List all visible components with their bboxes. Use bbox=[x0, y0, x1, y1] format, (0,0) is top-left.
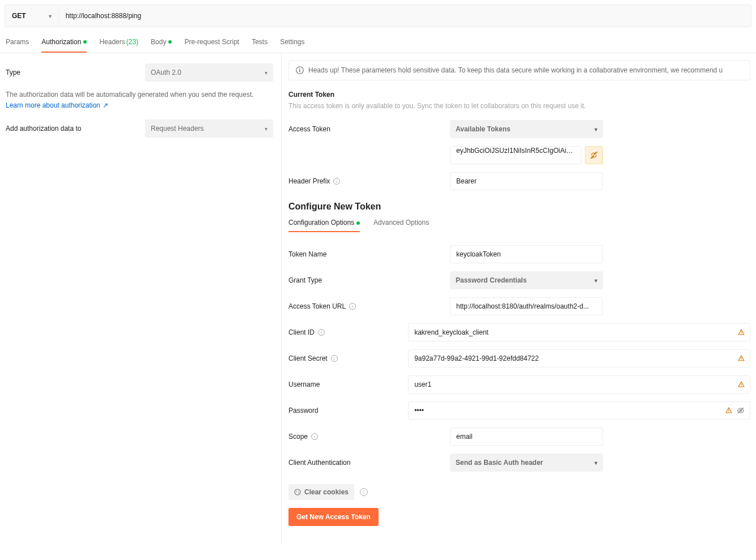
http-method-select[interactable]: GET ▾ bbox=[5, 5, 59, 27]
info-icon: i bbox=[318, 329, 325, 336]
auth-description: The authorization data will be automatic… bbox=[6, 89, 275, 100]
indicator-dot-icon bbox=[356, 221, 360, 225]
tab-headers[interactable]: Headers(23) bbox=[99, 32, 138, 53]
configure-new-token-heading: Configure New Token bbox=[288, 202, 750, 212]
indicator-dot-icon bbox=[83, 40, 87, 44]
warning-icon bbox=[725, 407, 732, 414]
chevron-down-icon: ▾ bbox=[594, 126, 597, 132]
svg-point-15 bbox=[296, 491, 297, 492]
scope-label: Scope i bbox=[288, 433, 450, 441]
access-token-value[interactable]: eyJhbGciOiJSUzI1NiIsInR5cCIgOiAiSl ... bbox=[450, 146, 581, 164]
svg-point-16 bbox=[298, 493, 299, 494]
grant-type-label: Grant Type bbox=[288, 276, 450, 284]
password-input[interactable] bbox=[408, 401, 750, 420]
header-prefix-input[interactable] bbox=[450, 172, 603, 190]
info-icon: i bbox=[333, 178, 340, 185]
password-label: Password bbox=[288, 407, 408, 414]
svg-point-17 bbox=[298, 490, 298, 491]
auth-left-panel: Type OAuth 2.0 ▾ The authorization data … bbox=[0, 53, 282, 543]
request-tabs: Params Authorization Headers(23) Body Pr… bbox=[0, 32, 756, 53]
client-secret-label: Client Secret i bbox=[288, 354, 408, 362]
client-id-input[interactable] bbox=[408, 323, 750, 341]
banner-text: Heads up! These parameters hold sensitiv… bbox=[308, 66, 723, 74]
configure-tabs: Configuration Options Advanced Options bbox=[288, 219, 750, 233]
request-url-bar: GET ▾ bbox=[5, 5, 751, 27]
header-prefix-label: Header Prefix i bbox=[288, 177, 450, 185]
warning-icon bbox=[738, 381, 745, 388]
clear-cookies-button[interactable]: Clear cookies bbox=[288, 484, 354, 500]
warning-icon bbox=[738, 329, 745, 336]
chevron-down-icon: ▾ bbox=[265, 70, 267, 76]
tab-settings[interactable]: Settings bbox=[280, 32, 304, 53]
client-id-label: Client ID i bbox=[288, 328, 408, 336]
chevron-down-icon: ▾ bbox=[265, 126, 267, 132]
info-icon: i bbox=[349, 303, 356, 310]
username-label: Username bbox=[288, 381, 408, 388]
svg-point-14 bbox=[295, 489, 300, 495]
client-auth-label: Client Authentication bbox=[288, 459, 450, 467]
access-token-label: Access Token bbox=[288, 125, 450, 133]
current-token-sub: This access token is only available to y… bbox=[288, 102, 750, 110]
add-auth-data-label: Add authorization data to bbox=[6, 125, 145, 132]
tab-tests[interactable]: Tests bbox=[252, 32, 267, 53]
tab-authorization[interactable]: Authorization bbox=[41, 32, 87, 53]
chevron-down-icon: ▾ bbox=[594, 460, 597, 466]
http-method-label: GET bbox=[12, 12, 26, 20]
current-token-heading: Current Token bbox=[288, 91, 750, 99]
sync-icon bbox=[590, 151, 598, 159]
tab-prerequest[interactable]: Pre-request Script bbox=[184, 32, 239, 53]
url-input[interactable] bbox=[59, 12, 751, 20]
client-secret-input[interactable] bbox=[408, 349, 750, 367]
available-tokens-select[interactable]: Available Tokens ▾ bbox=[450, 120, 603, 138]
cookie-icon bbox=[294, 489, 301, 495]
username-input[interactable] bbox=[408, 375, 750, 394]
grant-type-select[interactable]: Password Credentials ▾ bbox=[450, 271, 603, 289]
type-label: Type bbox=[6, 69, 145, 76]
add-auth-data-select[interactable]: Request Headers ▾ bbox=[145, 119, 273, 138]
info-icon: i bbox=[331, 355, 338, 362]
svg-point-5 bbox=[741, 334, 741, 334]
warning-icon bbox=[738, 355, 745, 362]
tab-configuration-options[interactable]: Configuration Options bbox=[288, 219, 360, 232]
tab-advanced-options[interactable]: Advanced Options bbox=[373, 219, 429, 232]
token-name-label: Token Name bbox=[288, 250, 450, 258]
info-icon: i bbox=[360, 488, 368, 496]
sync-token-button[interactable] bbox=[585, 146, 603, 164]
svg-point-11 bbox=[728, 412, 729, 412]
chevron-down-icon: ▾ bbox=[594, 277, 597, 284]
access-token-url-label: Access Token URL i bbox=[288, 302, 450, 310]
auth-type-select[interactable]: OAuth 2.0 ▾ bbox=[145, 63, 273, 82]
auth-right-panel: Heads up! These parameters hold sensitiv… bbox=[282, 53, 756, 543]
scope-input[interactable] bbox=[450, 428, 603, 446]
token-name-input[interactable] bbox=[450, 245, 603, 263]
info-icon: i bbox=[311, 433, 318, 440]
client-auth-select[interactable]: Send as Basic Auth header ▾ bbox=[450, 454, 603, 472]
external-link-icon: ↗ bbox=[103, 101, 108, 109]
eye-off-icon[interactable] bbox=[737, 407, 745, 414]
svg-point-7 bbox=[741, 360, 741, 360]
indicator-dot-icon bbox=[168, 40, 172, 44]
tab-params[interactable]: Params bbox=[6, 32, 29, 53]
learn-more-link[interactable]: Learn more about authorization ↗ bbox=[6, 101, 108, 109]
chevron-down-icon: ▾ bbox=[49, 13, 52, 19]
sensitive-data-banner: Heads up! These parameters hold sensitiv… bbox=[288, 60, 750, 80]
access-token-url-input[interactable] bbox=[450, 297, 603, 315]
svg-point-9 bbox=[741, 386, 741, 386]
tab-body[interactable]: Body bbox=[151, 32, 172, 53]
info-icon bbox=[296, 66, 304, 74]
get-new-access-token-button[interactable]: Get New Access Token bbox=[288, 508, 379, 526]
